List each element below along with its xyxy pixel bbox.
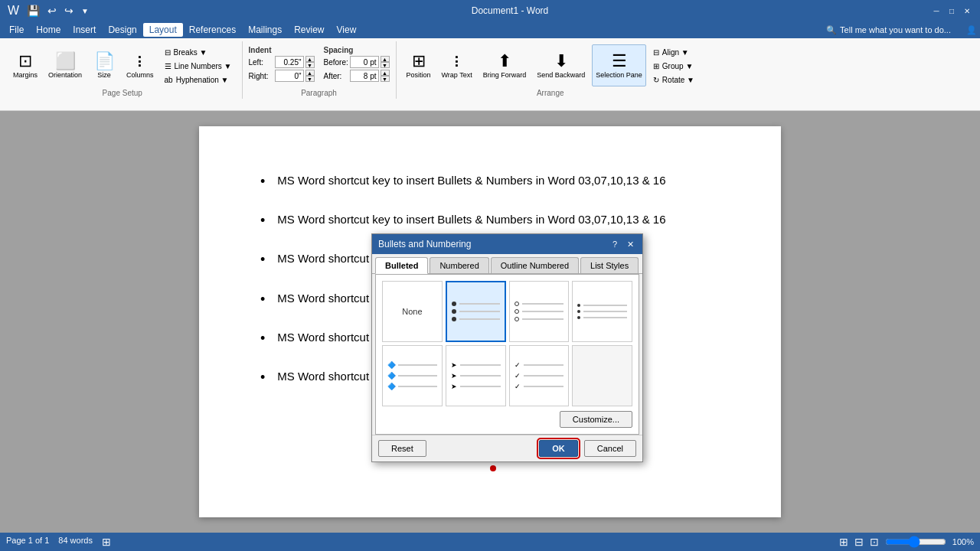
indent-left-input[interactable] bbox=[275, 56, 304, 68]
dot-icon-2s bbox=[577, 310, 580, 313]
bullet-text-1: MS Word shortcut key to insert Bullets &… bbox=[277, 172, 665, 188]
position-button[interactable]: ⊞ Position bbox=[403, 44, 435, 86]
spacing-before-spinner[interactable]: ▲ ▼ bbox=[350, 56, 390, 68]
line-i3 bbox=[398, 386, 437, 387]
rotate-button[interactable]: ↻ Rotate ▼ bbox=[649, 74, 698, 86]
redo-qat-btn[interactable]: ↪ bbox=[63, 5, 75, 17]
reset-button[interactable]: Reset bbox=[378, 440, 426, 457]
spacing-before-down[interactable]: ▼ bbox=[381, 62, 390, 68]
line-numbers-button[interactable]: ☰ Line Numbers ▼ bbox=[161, 60, 236, 72]
ribbon-group-arrange: ⊞ Position ⫶ Wrap Text ⬆ Bring Forward ⬇… bbox=[397, 41, 704, 99]
bullet-option-filled-dot[interactable] bbox=[446, 281, 506, 342]
indent-right-spinbtns: ▲ ▼ bbox=[305, 70, 315, 82]
bullet-option-small-dot[interactable] bbox=[572, 281, 632, 342]
tab-list-styles[interactable]: List Styles bbox=[580, 257, 639, 273]
qat-more-btn[interactable]: ▼ bbox=[80, 7, 90, 15]
menu-design[interactable]: Design bbox=[102, 23, 142, 37]
size-icon: 📄 bbox=[94, 53, 115, 70]
preview-line-1s bbox=[577, 304, 627, 307]
dialog-close-btn[interactable]: ✕ bbox=[624, 238, 636, 250]
ok-button[interactable]: OK bbox=[539, 440, 578, 457]
minimize-button[interactable]: ─ bbox=[929, 4, 943, 18]
indent-right-input[interactable] bbox=[275, 70, 304, 82]
indent-left-down[interactable]: ▼ bbox=[305, 62, 315, 68]
tab-bulleted[interactable]: Bulleted bbox=[375, 257, 428, 274]
spacing-after-input[interactable] bbox=[350, 70, 379, 82]
wrap-text-button[interactable]: ⫶ Wrap Text bbox=[438, 44, 476, 86]
selection-pane-button[interactable]: ☰ Selection Pane bbox=[592, 44, 646, 86]
bullet-option-image[interactable]: 🔷 🔷 🔷 bbox=[382, 345, 443, 406]
user-area: 👤 bbox=[966, 25, 977, 35]
menu-layout[interactable]: Layout bbox=[143, 23, 183, 37]
spacing-before-up[interactable]: ▲ bbox=[381, 56, 390, 62]
bullets-numbering-dialog[interactable]: Bullets and Numbering ? ✕ Bulleted Numbe… bbox=[371, 233, 643, 462]
menu-references[interactable]: References bbox=[183, 23, 242, 37]
spacing-before-row: Before: ▲ ▼ bbox=[324, 56, 390, 68]
spacing-after-spinbtns: ▲ ▼ bbox=[381, 70, 390, 82]
spacing-after-spinner[interactable]: ▲ ▼ bbox=[350, 70, 390, 82]
spacing-after-down[interactable]: ▼ bbox=[381, 76, 390, 82]
hyphenation-button[interactable]: ab Hyphenation ▼ bbox=[161, 74, 236, 86]
close-button[interactable]: ✕ bbox=[960, 4, 974, 18]
menu-review[interactable]: Review bbox=[288, 23, 330, 37]
dialog-title-bar: Bullets and Numbering ? ✕ bbox=[372, 234, 642, 254]
line-2c bbox=[522, 311, 564, 312]
print-layout-btn[interactable]: ⊞ bbox=[839, 536, 848, 548]
maximize-button[interactable]: □ bbox=[945, 4, 959, 18]
indent-right-down[interactable]: ▼ bbox=[305, 76, 315, 82]
indent-left-spinner[interactable]: ▲ ▼ bbox=[275, 56, 315, 68]
indent-left-up[interactable]: ▲ bbox=[305, 56, 315, 62]
bullet-option-none[interactable]: None bbox=[382, 281, 443, 342]
indent-right-spinner[interactable]: ▲ ▼ bbox=[275, 70, 315, 82]
search-bar[interactable]: 🔍 Tell me what you want to do... bbox=[826, 25, 951, 35]
margins-button[interactable]: ⊡ Margins bbox=[9, 44, 41, 86]
send-backward-button[interactable]: ⬇ Send Backward bbox=[533, 44, 589, 86]
orientation-button[interactable]: ⬜ Orientation bbox=[44, 44, 86, 86]
menu-insert[interactable]: Insert bbox=[67, 23, 102, 37]
undo-qat-btn[interactable]: ↩ bbox=[46, 5, 58, 17]
read-mode-btn[interactable]: ⊡ bbox=[870, 536, 879, 548]
dialog-help-btn[interactable]: ? bbox=[609, 238, 621, 250]
bullet-option-empty[interactable] bbox=[572, 345, 632, 406]
preview-img-3: 🔷 bbox=[387, 383, 437, 390]
menu-file[interactable]: File bbox=[3, 23, 30, 37]
word-icon: W bbox=[6, 4, 21, 18]
menu-mailings[interactable]: Mailings bbox=[242, 23, 288, 37]
bullet-option-arrow[interactable]: ➤ ➤ ➤ bbox=[446, 345, 506, 406]
small-dot-preview bbox=[573, 299, 632, 324]
img-bullet-icon-1: 🔷 bbox=[387, 361, 395, 369]
menu-bar: File Home Insert Design Layout Reference… bbox=[0, 21, 980, 38]
customize-button[interactable]: Customize... bbox=[560, 411, 632, 428]
columns-button[interactable]: ⫶ Columns bbox=[122, 44, 158, 86]
tab-numbered[interactable]: Numbered bbox=[430, 257, 488, 273]
bullet-option-check[interactable]: ✓ ✓ ✓ bbox=[509, 345, 570, 406]
dialog-title: Bullets and Numbering bbox=[378, 239, 471, 249]
size-button[interactable]: 📄 Size bbox=[89, 44, 119, 86]
align-button[interactable]: ⊟ Align ▼ bbox=[649, 47, 698, 58]
preview-arr-1: ➤ bbox=[451, 361, 501, 369]
cancel-button[interactable]: Cancel bbox=[584, 440, 636, 457]
breaks-button[interactable]: ⊟ Breaks ▼ bbox=[161, 47, 236, 58]
tab-outline-numbered[interactable]: Outline Numbered bbox=[491, 257, 579, 273]
indent-right-up[interactable]: ▲ bbox=[305, 70, 315, 76]
orientation-icon: ⬜ bbox=[55, 53, 76, 70]
search-input-label[interactable]: Tell me what you want to do... bbox=[840, 25, 951, 34]
web-layout-btn[interactable]: ⊟ bbox=[854, 536, 864, 548]
customize-row: Customize... bbox=[382, 411, 632, 428]
check-bullet-icon-3: ✓ bbox=[514, 383, 521, 390]
zoom-slider[interactable] bbox=[885, 536, 946, 548]
line-1 bbox=[459, 303, 500, 305]
save-qat-btn[interactable]: 💾 bbox=[25, 5, 41, 17]
menu-home[interactable]: Home bbox=[30, 23, 67, 37]
dot-icon-3 bbox=[452, 317, 456, 321]
arrow-bullet-icon-1: ➤ bbox=[451, 361, 457, 369]
group-button[interactable]: ⊞ Group ▼ bbox=[649, 60, 698, 72]
bullet-dot-1: • bbox=[260, 172, 265, 191]
menu-view[interactable]: View bbox=[331, 23, 363, 37]
bring-forward-button[interactable]: ⬆ Bring Forward bbox=[479, 44, 531, 86]
send-backward-icon: ⬇ bbox=[554, 53, 568, 70]
spacing-after-up[interactable]: ▲ bbox=[381, 70, 390, 76]
dot-icon-2 bbox=[452, 309, 456, 314]
spacing-before-input[interactable] bbox=[350, 56, 379, 68]
bullet-option-circle[interactable] bbox=[509, 281, 570, 342]
